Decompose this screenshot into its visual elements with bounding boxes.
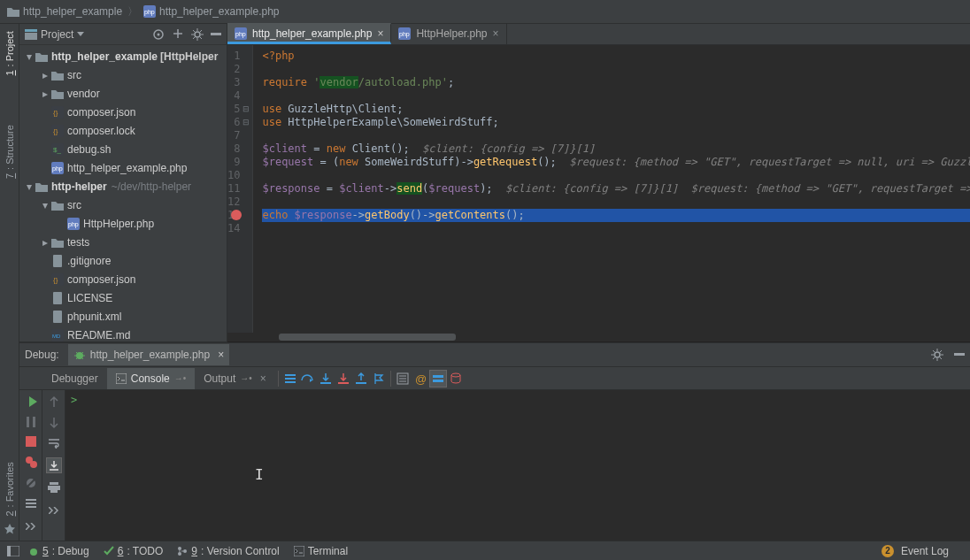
mute-breakpoints-icon[interactable] <box>25 477 37 489</box>
statusbar-label: Terminal <box>308 545 348 557</box>
tree-label: composer.json <box>67 273 135 286</box>
tree-row[interactable]: ▸src <box>19 65 227 84</box>
star-icon[interactable] <box>4 523 16 535</box>
breakpoint-icon[interactable] <box>231 210 242 220</box>
collapse-icon[interactable] <box>172 28 184 41</box>
svg-rect-54 <box>294 546 304 556</box>
close-icon[interactable]: × <box>260 372 266 385</box>
tree-row[interactable]: ▾http_helper_example[HttpHelper <box>19 47 227 65</box>
threads-icon[interactable] <box>281 370 299 387</box>
up-arrow-icon[interactable] <box>49 395 59 408</box>
breadcrumb-file[interactable]: php http_helper_example.php <box>142 5 281 18</box>
tree-row[interactable]: phphttp_helper_example.php <box>19 158 227 177</box>
tree-row[interactable]: .gitignore <box>19 251 227 270</box>
evaluate-icon[interactable] <box>394 370 412 387</box>
close-icon[interactable]: × <box>218 349 224 361</box>
statusbar-todo[interactable]: 6: TODO <box>104 545 164 557</box>
tree-twisty[interactable]: ▸ <box>41 69 50 81</box>
tree-twisty[interactable]: ▾ <box>25 180 34 193</box>
folder-icon <box>51 199 64 211</box>
tree-row[interactable]: ▸tests <box>19 233 227 251</box>
gutter[interactable]: 1234567891011121314 ⊟ ⊟ <box>227 45 253 341</box>
tree-twisty[interactable]: ▸ <box>41 88 50 100</box>
locate-icon[interactable] <box>152 28 165 41</box>
pause-icon[interactable] <box>26 417 36 427</box>
window-toggle-icon[interactable] <box>7 546 19 556</box>
tab-debugger[interactable]: Debugger <box>42 368 107 389</box>
svg-text:php: php <box>52 165 63 173</box>
step-out-icon[interactable] <box>352 370 370 387</box>
wrap-icon[interactable] <box>48 438 60 449</box>
fold-marks[interactable]: ⊟ ⊟ <box>241 50 251 129</box>
rail-tab-favorites[interactable]: 2: Favorites <box>3 455 17 523</box>
tree-row[interactable]: MDREADME.md <box>19 326 227 341</box>
project-title[interactable]: Project <box>25 28 84 41</box>
tree-label: tests <box>67 236 89 249</box>
tree-row[interactable]: ▾http-helper~/dev/http-helper <box>19 177 227 196</box>
step-into-icon[interactable] <box>317 370 335 387</box>
gear-icon[interactable] <box>931 349 943 361</box>
statusbar-event-log[interactable]: 2 Event Log <box>881 545 949 557</box>
tree-icon <box>51 88 64 100</box>
editor-tab-label: http_helper_example.php <box>252 27 372 40</box>
hide-icon[interactable] <box>211 33 221 36</box>
hide-icon[interactable] <box>954 353 965 357</box>
more-icon[interactable] <box>26 523 36 530</box>
code-token: use <box>262 103 288 115</box>
tree-twisty[interactable]: ▸ <box>41 236 50 249</box>
sh-file-icon: $_ <box>51 143 64 156</box>
separator <box>390 371 391 387</box>
tree-row[interactable]: ▾src <box>19 196 227 214</box>
h-scrollbar[interactable] <box>227 333 961 341</box>
tree-row[interactable]: ▸vendor <box>19 84 227 103</box>
layers-icon[interactable] <box>429 370 447 387</box>
tree-row[interactable]: {}composer.json <box>19 270 227 288</box>
tab-console[interactable]: Console →• <box>107 368 196 389</box>
statusbar-debug[interactable]: 5: Debug <box>28 545 89 557</box>
down-arrow-icon[interactable] <box>49 417 59 429</box>
folder-icon <box>35 180 48 193</box>
close-icon[interactable]: × <box>493 27 499 40</box>
step-over-icon[interactable] <box>299 370 317 387</box>
more-icon[interactable] <box>49 507 59 514</box>
statusbar-version-control[interactable]: 9: Version Control <box>177 545 279 557</box>
scroll-to-end-icon[interactable] <box>46 457 62 473</box>
print-icon[interactable] <box>48 482 60 493</box>
stop-icon[interactable] <box>26 436 36 447</box>
editor-tab-active[interactable]: php http_helper_example.php × <box>227 23 391 44</box>
debug-session-tab[interactable]: http_helper_example.php × <box>68 344 229 365</box>
statusbar-terminal[interactable]: Terminal <box>294 545 348 557</box>
console-area[interactable]: > I <box>65 390 970 541</box>
tree-twisty[interactable]: ▾ <box>25 50 34 63</box>
rail-tab-project[interactable]: 1: Project <box>3 24 17 82</box>
project-tree[interactable]: ▾http_helper_example[HttpHelper▸src▸vend… <box>19 45 227 341</box>
settings-list-icon[interactable] <box>25 498 37 509</box>
db-icon[interactable] <box>447 370 465 387</box>
tree-row[interactable]: phpHttpHelper.php <box>19 214 227 233</box>
resume-icon[interactable] <box>25 395 37 408</box>
tree-row[interactable]: $_debug.sh <box>19 140 227 158</box>
breadcrumb-root[interactable]: http_helper_example <box>5 5 124 18</box>
run-to-cursor-icon[interactable] <box>370 370 388 387</box>
console-prompt: > <box>71 394 77 406</box>
svg-point-6 <box>195 32 200 37</box>
tree-icon: {} <box>51 125 64 137</box>
svg-text:MD: MD <box>52 334 61 339</box>
editor-tab[interactable]: php HttpHelper.php × <box>391 23 506 44</box>
view-breakpoints-icon[interactable] <box>25 456 37 468</box>
tree-row[interactable]: {}composer.json <box>19 103 227 121</box>
force-step-into-icon[interactable] <box>335 370 352 387</box>
breadcrumb-item: http_helper_example.php <box>159 5 279 18</box>
tab-output[interactable]: Output →• × <box>195 368 275 389</box>
tree-row[interactable]: LICENSE <box>19 288 227 307</box>
editor-body[interactable]: 1234567891011121314 ⊟ ⊟ <?php require 'v… <box>227 45 970 341</box>
tree-twisty[interactable]: ▾ <box>41 199 50 211</box>
at-icon[interactable]: @ <box>412 370 429 387</box>
tree-row[interactable]: phpunit.xml <box>19 307 227 326</box>
scrollbar-thumb[interactable] <box>279 334 456 341</box>
close-icon[interactable]: × <box>377 27 383 40</box>
rail-tab-structure[interactable]: 7: Structure <box>3 118 17 186</box>
tree-row[interactable]: {}composer.lock <box>19 121 227 140</box>
code-area[interactable]: <?php require 'vendor/autoload.php'; use… <box>253 45 970 341</box>
gear-icon[interactable] <box>191 28 204 41</box>
